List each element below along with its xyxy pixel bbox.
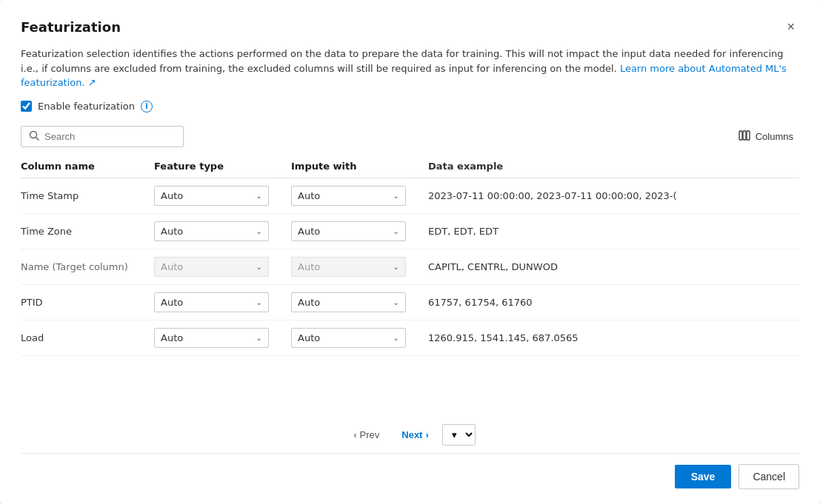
table-row: Name (Target column)Auto⌄Auto⌄CAPITL, CE… [21, 249, 799, 284]
impute-with-dropdown: Auto⌄ [291, 257, 406, 277]
search-icon [29, 130, 39, 143]
feature-type-dropdown[interactable]: Auto⌄ [154, 328, 269, 348]
table-row: LoadAuto⌄Auto⌄1260.915, 1541.145, 687.05… [21, 320, 799, 355]
enable-featurization-label: Enable featurization [38, 101, 135, 112]
featurization-table: Column name Feature type Impute with Dat… [21, 155, 799, 411]
col-header-data-example: Data example [428, 155, 799, 178]
cell-column-name: Name (Target column) [21, 249, 154, 284]
chevron-left-icon: ‹ [353, 429, 356, 440]
chevron-down-icon: ⌄ [256, 298, 262, 306]
table-row: Time ZoneAuto⌄Auto⌄EDT, EDT, EDT [21, 213, 799, 249]
cell-data-example: 2023-07-11 00:00:00, 2023-07-11 00:00:00… [428, 178, 799, 213]
impute-with-dropdown[interactable]: Auto⌄ [291, 292, 406, 312]
page-size-dropdown[interactable]: ▾ [442, 424, 476, 446]
chevron-down-icon: ⌄ [256, 227, 262, 235]
search-box[interactable] [21, 126, 184, 147]
impute-with-dropdown[interactable]: Auto⌄ [291, 328, 406, 348]
cell-data-example: CAPITL, CENTRL, DUNWOD [428, 249, 799, 284]
enable-featurization-checkbox[interactable] [21, 101, 32, 112]
cell-column-name: PTID [21, 284, 154, 320]
chevron-down-icon: ⌄ [393, 263, 399, 271]
cell-impute-with: Auto⌄ [291, 213, 428, 249]
svg-rect-3 [743, 131, 746, 140]
chevron-right-icon: › [425, 429, 428, 440]
close-button[interactable]: × [782, 18, 799, 36]
description-text: Featurization selection identifies the a… [21, 47, 799, 90]
chevron-down-icon: ⌄ [393, 334, 399, 342]
dialog-title: Featurization [21, 19, 121, 35]
cell-column-name: Load [21, 320, 154, 355]
enable-featurization-row: Enable featurization i [21, 101, 799, 112]
table-row: PTIDAuto⌄Auto⌄61757, 61754, 61760 [21, 284, 799, 320]
chevron-down-icon: ⌄ [393, 298, 399, 306]
chevron-down-icon: ⌄ [256, 263, 262, 271]
columns-icon [738, 129, 751, 144]
cell-feature-type: Auto⌄ [154, 284, 291, 320]
col-header-impute-with: Impute with [291, 155, 428, 178]
cell-impute-with: Auto⌄ [291, 284, 428, 320]
svg-rect-2 [739, 131, 742, 140]
chevron-down-icon: ⌄ [256, 334, 262, 342]
col-header-feature-type: Feature type [154, 155, 291, 178]
table-row: Time StampAuto⌄Auto⌄2023-07-11 00:00:00,… [21, 178, 799, 213]
cell-feature-type: Auto⌄ [154, 178, 291, 213]
cell-data-example: 61757, 61754, 61760 [428, 284, 799, 320]
chevron-down-icon: ⌄ [393, 227, 399, 235]
feature-type-dropdown[interactable]: Auto⌄ [154, 221, 269, 241]
cell-feature-type: Auto⌄ [154, 213, 291, 249]
cell-impute-with: Auto⌄ [291, 178, 428, 213]
feature-type-dropdown[interactable]: Auto⌄ [154, 292, 269, 312]
cell-impute-with: Auto⌄ [291, 320, 428, 355]
cell-data-example: 1260.915, 1541.145, 687.0565 [428, 320, 799, 355]
feature-type-dropdown: Auto⌄ [154, 257, 269, 277]
chevron-down-icon: ⌄ [256, 192, 262, 200]
dialog-header: Featurization × [21, 18, 799, 36]
next-button[interactable]: Next › [393, 425, 438, 445]
info-icon: i [141, 101, 153, 112]
cell-feature-type: Auto⌄ [154, 320, 291, 355]
dialog-footer: Save Cancel [21, 453, 799, 489]
prev-button[interactable]: ‹ Prev [344, 425, 388, 445]
save-button[interactable]: Save [675, 465, 732, 488]
cell-data-example: EDT, EDT, EDT [428, 213, 799, 249]
columns-button[interactable]: Columns [732, 126, 799, 147]
svg-line-1 [36, 137, 39, 140]
cell-column-name: Time Zone [21, 213, 154, 249]
impute-with-dropdown[interactable]: Auto⌄ [291, 221, 406, 241]
feature-type-dropdown[interactable]: Auto⌄ [154, 186, 269, 206]
col-header-column-name: Column name [21, 155, 154, 178]
chevron-down-icon: ⌄ [393, 192, 399, 200]
pagination: ‹ Prev Next › ▾ [21, 411, 799, 453]
cell-feature-type: Auto⌄ [154, 249, 291, 284]
impute-with-dropdown[interactable]: Auto⌄ [291, 186, 406, 206]
columns-label: Columns [756, 131, 793, 142]
cell-column-name: Time Stamp [21, 178, 154, 213]
toolbar: Columns [21, 126, 799, 147]
featurization-dialog: Featurization × Featurization selection … [0, 0, 820, 504]
cancel-button[interactable]: Cancel [739, 464, 799, 489]
cell-impute-with: Auto⌄ [291, 249, 428, 284]
svg-rect-4 [747, 131, 750, 140]
search-input[interactable] [44, 131, 176, 142]
